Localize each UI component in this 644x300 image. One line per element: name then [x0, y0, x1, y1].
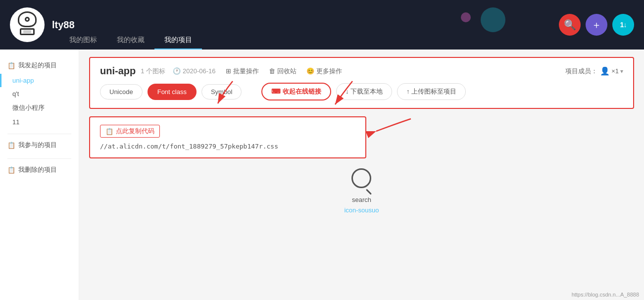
- upload-btn[interactable]: ↑ 上传图标至项目: [397, 83, 466, 100]
- icon-preview: search icon-sousuo: [344, 168, 379, 214]
- download-btn[interactable]: ↓ 下载至本地: [336, 83, 392, 100]
- sidebar-section-deleted: 📋 我删除的项目: [0, 161, 79, 178]
- project-date: 🕐 2020-06-16: [173, 67, 216, 75]
- user-menu-button[interactable]: 1↓: [612, 14, 634, 36]
- project-card: uni-app 1 个图标 🕐 2020-06-16 ⊞ 批量操作 🗑 回收站 …: [89, 57, 634, 109]
- sidebar-section-participated: 📋 我参与的项目: [0, 137, 79, 153]
- robot-body: [20, 28, 35, 35]
- sidebar-item-qt[interactable]: q't: [0, 87, 79, 100]
- group-icon-participated: 📋: [7, 142, 15, 149]
- tab-my-collections[interactable]: 我的收藏: [107, 32, 154, 50]
- members-count: ×1: [611, 67, 619, 75]
- copy-code-btn[interactable]: 📋 点此复制代码: [100, 125, 160, 138]
- recycle-link[interactable]: 🗑 回收站: [269, 67, 297, 76]
- more-ops-link[interactable]: 😊 更多操作: [306, 67, 342, 76]
- tab-my-icons[interactable]: 我的图标: [59, 32, 107, 50]
- online-link-btn[interactable]: ⌨ 收起在线链接: [261, 83, 331, 100]
- clock-icon: 🕐: [173, 67, 181, 75]
- main-layout: 📋 我发起的项目 uni-app q't 微信小程序 11 📋 我参与的项目 📋…: [0, 50, 644, 300]
- project-name: uni-app: [100, 65, 136, 77]
- icon-name-label: search: [352, 196, 371, 203]
- sidebar-item-uniapp[interactable]: uni-app: [0, 74, 79, 87]
- main-content: uni-app 1 个图标 🕐 2020-06-16 ⊞ 批量操作 🗑 回收站 …: [79, 50, 644, 300]
- project-count: 1 个图标: [141, 67, 165, 76]
- sidebar-divider-2: [7, 158, 71, 159]
- header: lty88 我的图标 我的收藏 我的项目 🔍 ＋ 1↓: [0, 0, 644, 50]
- sidebar-divider-1: [7, 134, 71, 134]
- search-icon-preview: [351, 168, 371, 188]
- avatar: [10, 7, 45, 42]
- code-url: //at.alicdn.com/t/font_1889279_57pkepb14…: [100, 143, 355, 150]
- header-decoration-teal: [481, 7, 505, 32]
- sidebar-group-initiated: 📋 我发起的项目: [0, 57, 79, 74]
- unicode-tab-btn[interactable]: Unicode: [100, 84, 143, 100]
- add-project-button[interactable]: ＋: [586, 14, 607, 36]
- sidebar-item-wechat[interactable]: 微信小程序: [0, 100, 79, 115]
- robot-head: [18, 11, 37, 27]
- global-search-button[interactable]: 🔍: [559, 14, 581, 36]
- icon-preview-area: search icon-sousuo: [89, 158, 634, 224]
- sidebar-group-participated: 📋 我参与的项目: [0, 137, 79, 153]
- arrow-to-copy: [366, 114, 416, 146]
- icon-class-label: icon-sousuo: [344, 206, 379, 214]
- more-icon: 😊: [306, 67, 314, 75]
- code-section: 📋 点此复制代码 //at.alicdn.com/t/font_1889279_…: [89, 116, 376, 158]
- symbol-tab-btn[interactable]: Symbol: [201, 84, 242, 100]
- header-decoration-purple: [461, 12, 471, 22]
- sidebar-item-11[interactable]: 11: [0, 115, 79, 129]
- group-icon: 📋: [7, 62, 15, 69]
- footer-url: https://blog.csdn.n...A_8888: [572, 292, 639, 298]
- header-actions: 🔍 ＋ 1↓: [559, 14, 634, 36]
- batch-icon: ⊞: [226, 67, 231, 75]
- robot-avatar: [15, 11, 40, 39]
- nav-tabs: 我的图标 我的收藏 我的项目: [59, 32, 202, 50]
- sidebar-group-deleted: 📋 我删除的项目: [0, 161, 79, 178]
- batch-op-link[interactable]: ⊞ 批量操作: [226, 67, 259, 76]
- members-avatar-icon: 👤: [600, 66, 610, 76]
- robot-screen: [23, 30, 31, 33]
- robot-eye: [25, 17, 30, 22]
- project-header-row: uni-app 1 个图标 🕐 2020-06-16 ⊞ 批量操作 🗑 回收站 …: [100, 65, 623, 77]
- sidebar: 📋 我发起的项目 uni-app q't 微信小程序 11 📋 我参与的项目 📋…: [0, 50, 79, 300]
- code-block: 📋 点此复制代码 //at.alicdn.com/t/font_1889279_…: [89, 116, 366, 158]
- project-toolbar: Unicode Font class Symbol ⌨ 收起在线链接 ↓ 下载至…: [100, 83, 623, 100]
- copy-icon: 📋: [105, 128, 113, 135]
- members-label: 项目成员：: [565, 67, 597, 76]
- tab-my-projects[interactable]: 我的项目: [154, 32, 202, 50]
- members-chevron: ▾: [620, 68, 623, 75]
- group-icon-deleted: 📋: [7, 166, 15, 174]
- recycle-icon: 🗑: [269, 67, 275, 75]
- sidebar-section-initiated: 📋 我发起的项目 uni-app q't 微信小程序 11: [0, 57, 79, 129]
- fontclass-tab-btn[interactable]: Font class: [148, 84, 197, 100]
- username: lty88: [52, 19, 75, 31]
